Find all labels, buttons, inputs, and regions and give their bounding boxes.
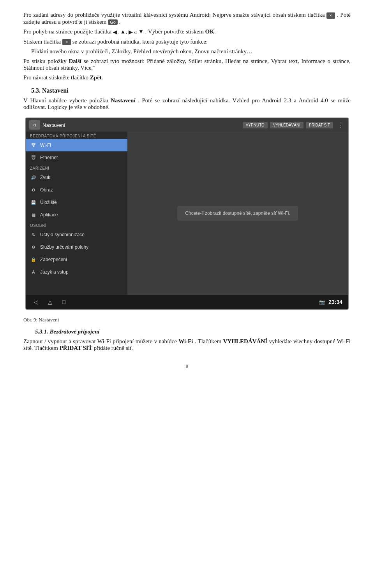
topbar-title: Nastavení bbox=[42, 122, 65, 128]
storage-icon: 💾 bbox=[30, 199, 37, 206]
sidebar-item-aplikace[interactable]: ▦ Aplikace bbox=[26, 209, 127, 221]
apps-icon: ▦ bbox=[30, 211, 37, 218]
paragraph-5: Po stisku položky Další se zobrazí tyto … bbox=[23, 58, 351, 71]
clock-display: 23:34 bbox=[328, 299, 342, 305]
right-arrow-icon: ▶ bbox=[129, 29, 133, 35]
sidebar-item-jazyk[interactable]: A Jazyk a vstup bbox=[26, 266, 127, 278]
language-icon: A bbox=[30, 269, 37, 276]
clear-icon: ✕ bbox=[326, 12, 335, 19]
sidebar-item-zvuk-label: Zvuk bbox=[40, 175, 50, 180]
sound-icon: 🔊 bbox=[30, 174, 37, 181]
android-body: BEZDRÁTOVÁ PŘIPOJENÍ A SÍTĚ Wi-Fi bbox=[26, 132, 348, 295]
sidebar-item-ethernet-label: Ethernet bbox=[40, 155, 58, 160]
sidebar-item-wifi[interactable]: Wi-Fi bbox=[26, 139, 127, 151]
sidebar-section-device-label: ZAŘÍZENÍ bbox=[26, 164, 127, 171]
menu-icon: ≡ bbox=[62, 39, 71, 45]
left-arrow-icon: ◀ bbox=[113, 29, 117, 35]
topbar-btn-vypnuto[interactable]: VYPNUTO bbox=[243, 122, 268, 128]
sidebar-item-uloziste[interactable]: 💾 Úložiště bbox=[26, 196, 127, 209]
paragraph-8: Zapnout / vypnout a spravovat Wi-Fi přip… bbox=[23, 338, 351, 351]
screenshot-caption: Obr. 9: Nastavení bbox=[23, 317, 351, 323]
sidebar-section-personal-label: OSOBNÍ bbox=[26, 221, 127, 228]
sidebar-item-zvuk[interactable]: 🔊 Zvuk bbox=[26, 171, 127, 184]
android-sidebar: BEZDRÁTOVÁ PŘIPOJENÍ A SÍTĚ Wi-Fi bbox=[26, 132, 127, 295]
topbar-btn-pridat-sit[interactable]: PŘIDAT SÍŤ bbox=[306, 122, 333, 128]
nav-recent-button[interactable]: □ bbox=[60, 298, 68, 306]
sidebar-item-wifi-label: Wi-Fi bbox=[40, 142, 51, 148]
display-icon: ⚙ bbox=[30, 186, 37, 193]
paragraph-2: Pro pohyb na stránce použijte tlačítka ◀… bbox=[23, 28, 351, 35]
paragraph-3: Stiskem tlačítka ≡ se zobrazí podrobná n… bbox=[23, 39, 351, 46]
section-531-heading: 5.3.1. Bezdrátové připojení bbox=[35, 328, 351, 335]
topbar-btn-vyhledavani[interactable]: VYHLEDÁVÁNÍ bbox=[270, 122, 303, 128]
paragraph-1: Pro zadání adresy do prohlížeče využijte… bbox=[23, 12, 351, 25]
up-arrow-icon: ▲ bbox=[120, 29, 125, 35]
android-bottombar: ◁ △ □ 📷 23:34 bbox=[26, 295, 348, 309]
settings-icon: ⚙ bbox=[29, 120, 40, 130]
sync-icon: ↻ bbox=[30, 231, 37, 238]
section-53-heading: 5.3. Nastavení bbox=[31, 87, 351, 94]
sidebar-item-sluzby-label: Služby určování polohy bbox=[40, 244, 88, 250]
ethernet-icon bbox=[30, 154, 37, 161]
security-icon: 🔒 bbox=[30, 256, 37, 263]
go-button: Go bbox=[108, 19, 118, 25]
wifi-icon bbox=[30, 142, 37, 149]
paragraph-4: Přidání nového okna v prohlížeči, Záložk… bbox=[31, 48, 351, 55]
svg-rect-1 bbox=[33, 158, 34, 160]
topbar-right: VYPNUTO VYHLEDÁVÁNÍ PŘIDAT SÍŤ ⋮ bbox=[243, 121, 345, 129]
location-icon: ⚙ bbox=[30, 244, 37, 251]
sidebar-item-jazyk-label: Jazyk a vstup bbox=[40, 269, 69, 275]
topbar-overflow-menu-icon[interactable]: ⋮ bbox=[335, 121, 345, 129]
topbar-left: ⚙ Nastavení bbox=[29, 120, 65, 130]
sidebar-item-uloziste-label: Úložiště bbox=[40, 200, 57, 205]
bottombar-navigation: ◁ △ □ bbox=[32, 298, 68, 306]
paragraph-6: Pro návrat stiskněte tlačítko Zpět. bbox=[23, 74, 351, 81]
bottombar-status: 📷 23:34 bbox=[319, 299, 342, 305]
camera-icon: 📷 bbox=[319, 299, 325, 305]
sidebar-item-aplikace-label: Aplikace bbox=[40, 212, 58, 218]
sidebar-item-sluzby[interactable]: ⚙ Služby určování polohy bbox=[26, 241, 127, 253]
android-topbar: ⚙ Nastavení VYPNUTO VYHLEDÁVÁNÍ PŘIDAT S… bbox=[26, 118, 348, 132]
sidebar-item-ethernet[interactable]: Ethernet bbox=[26, 151, 127, 164]
page-content: Pro zadání adresy do prohlížeče využijte… bbox=[23, 12, 351, 369]
sidebar-item-obraz-label: Obraz bbox=[40, 187, 53, 193]
down-arrow-icon: ▼ bbox=[138, 29, 144, 35]
sidebar-item-zabezpeceni[interactable]: 🔒 Zabezpečení bbox=[26, 253, 127, 266]
android-screenshot: ⚙ Nastavení VYPNUTO VYHLEDÁVÁNÍ PŘIDAT S… bbox=[25, 118, 349, 310]
sidebar-section-wireless-label: BEZDRÁTOVÁ PŘIPOJENÍ A SÍTĚ bbox=[26, 132, 127, 139]
wifi-disabled-message: Chcete-li zobrazit dostupné sítě, zapnět… bbox=[177, 206, 298, 221]
page-number: 9 bbox=[23, 363, 351, 369]
sidebar-item-ucty-label: Účty a synchronizace bbox=[40, 232, 85, 237]
nav-back-button[interactable]: ◁ bbox=[32, 298, 40, 306]
sidebar-item-obraz[interactable]: ⚙ Obraz bbox=[26, 184, 127, 196]
paragraph-7: V Hlavní nabídce vyberte položku Nastave… bbox=[23, 97, 351, 111]
nav-home-button[interactable]: △ bbox=[46, 298, 54, 306]
sidebar-item-ucty[interactable]: ↻ Účty a synchronizace bbox=[26, 228, 127, 241]
sidebar-item-zabezpeceni-label: Zabezpečení bbox=[40, 257, 67, 262]
android-main-content: Chcete-li zobrazit dostupné sítě, zapnět… bbox=[127, 132, 348, 295]
